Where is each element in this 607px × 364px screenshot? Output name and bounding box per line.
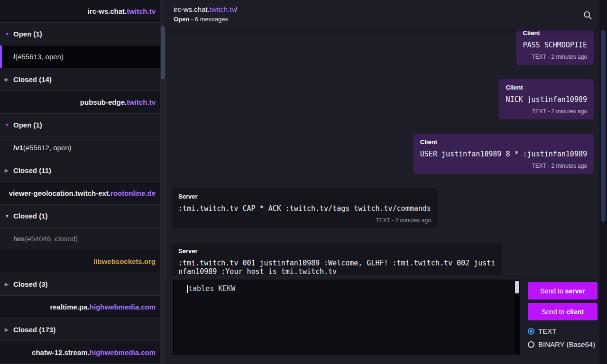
section-label: Open (1) — [13, 121, 42, 129]
message-input-value: tables KEKW — [188, 284, 235, 293]
radio-binary[interactable]: BINARY (Base64) — [528, 340, 595, 348]
message-meta: TEXT - 2 minutes ago — [420, 163, 587, 169]
triangle-right-icon: ▶ — [5, 168, 13, 173]
message-body: USER justinfan10989 8 * :justinfan10989 — [420, 150, 587, 158]
message-list: Client PASS SCHMOOPIIE TEXT - 2 minutes … — [166, 29, 599, 275]
triangle-down-icon: ▼ — [5, 31, 13, 36]
sidebar-section-closed-173[interactable]: ▶ Closed (173) — [0, 318, 160, 341]
message-meta: TEXT - 2 minutes ago — [523, 54, 587, 60]
domain-accent: twitch.tv — [127, 7, 156, 15]
send-to-client-button[interactable]: Send toclient — [528, 303, 598, 320]
title-prefix: irc-ws.chat. — [174, 5, 210, 13]
triangle-down-icon: ▼ — [5, 122, 13, 127]
section-label: Closed (3) — [13, 280, 48, 288]
connection-status: Open - 6 messages — [174, 16, 592, 23]
connection-detail: (#55613, open) — [15, 53, 64, 61]
send-to-server-button[interactable]: Send toserver — [528, 282, 598, 300]
message-meta: TEXT - 2 minutes ago — [178, 217, 431, 224]
sidebar-connection-55613[interactable]: / (#55613, open) — [0, 46, 160, 68]
triangle-down-icon: ▼ — [5, 213, 13, 218]
message-meta: TEXT - 2 minutes ago — [506, 108, 587, 115]
message-body: :tmi.twitch.tv CAP * ACK :twitch.tv/tags… — [178, 204, 431, 213]
sidebar-domain-viewer-geolocation[interactable]: viewer-geolocation.twitch-ext.rootonline… — [0, 182, 160, 205]
triangle-right-icon: ▶ — [5, 327, 13, 332]
send-client-target: client — [566, 308, 584, 316]
message-client-pass[interactable]: Client PASS SCHMOOPIIE TEXT - 2 minutes … — [516, 29, 594, 65]
page-scrollbar[interactable] — [599, 0, 607, 364]
message-sender: Server — [178, 247, 496, 255]
sidebar-section-closed-expanded[interactable]: ▼ Closed (1) — [0, 205, 160, 228]
title-accent: twitch.tv — [210, 5, 235, 13]
search-icon[interactable] — [582, 10, 593, 20]
domain-prefix: viewer-geolocation.twitch-ext. — [9, 189, 110, 197]
message-server-welcome[interactable]: Server :tmi.twitch.tv 001 justinfan10989… — [172, 243, 502, 275]
send-server-label: Send to — [540, 287, 563, 295]
sidebar-section-closed-11[interactable]: ▶ Closed (11) — [0, 159, 160, 182]
domain-accent: twitch.tv — [127, 98, 156, 106]
domain-prefix: realtime.pa. — [50, 303, 89, 311]
sidebar-section-closed-3[interactable]: ▶ Closed (3) — [0, 273, 160, 296]
triangle-right-icon: ▶ — [5, 77, 13, 82]
domain-accent: libwebsockets.org — [93, 257, 156, 265]
title-suffix: / — [235, 5, 237, 13]
sidebar-scrollbar[interactable] — [160, 0, 166, 364]
domain-prefix: chatw-12.stream. — [32, 348, 90, 356]
sidebar-domain-libwebsockets[interactable]: libwebsockets.org — [0, 250, 160, 273]
composer-panel: tables KEKW Send toserver Send toclient … — [166, 275, 599, 364]
message-sender: Client — [420, 138, 587, 146]
status-count: - 6 messages — [189, 16, 228, 23]
section-label: Open (1) — [13, 30, 42, 38]
sidebar-section-open-2[interactable]: ▼ Open (1) — [0, 114, 160, 136]
sidebar-section-open-1[interactable]: ▼ Open (1) — [0, 23, 160, 46]
send-server-target: server — [565, 287, 585, 295]
connection-title: irc-ws.chat.twitch.tv/ — [174, 5, 592, 13]
triangle-right-icon: ▶ — [5, 282, 13, 287]
connection-detail: (#55612, open) — [23, 144, 72, 152]
radio-binary-label: BINARY (Base64) — [538, 340, 595, 348]
domain-accent: rootonline.de — [110, 189, 156, 197]
message-client-user[interactable]: Client USER justinfan10989 8 * :justinfa… — [414, 134, 594, 174]
domain-accent: highwebmedia.com — [90, 303, 156, 311]
domain-accent: highwebmedia.com — [90, 348, 156, 356]
connection-path: /ws — [13, 235, 25, 243]
send-client-label: Send to — [542, 308, 564, 316]
sidebar-domain-pubsub-edge[interactable]: pubsub-edge.twitch.tv — [0, 91, 160, 114]
radio-text[interactable]: TEXT — [528, 327, 556, 335]
page-scrollbar-thumb[interactable] — [601, 30, 606, 222]
editor-scrollbar[interactable] — [515, 280, 520, 354]
connection-detail: (#54046, closed) — [25, 235, 78, 243]
editor-scrollbar-thumb[interactable] — [515, 281, 519, 293]
radio-selected-icon — [528, 328, 534, 335]
sidebar-scrollbar-thumb[interactable] — [161, 26, 165, 79]
message-sender: Client — [506, 84, 587, 91]
message-body: PASS SCHMOOPIIE — [523, 41, 587, 49]
message-sender: Client — [523, 29, 587, 36]
domain-prefix: irc-ws.chat. — [88, 7, 127, 15]
connection-path: /v1 — [13, 144, 23, 152]
radio-text-label: TEXT — [538, 327, 556, 335]
sidebar-section-closed-14[interactable]: ▶ Closed (14) — [0, 68, 160, 91]
sidebar-connection-54046[interactable]: /ws (#54046, closed) — [0, 228, 160, 250]
section-label: Closed (173) — [13, 326, 55, 334]
sidebar-domain-chatw-12[interactable]: chatw-12.stream.highwebmedia.com — [0, 341, 160, 364]
message-client-nick[interactable]: Client NICK justinfan10989 TEXT - 2 minu… — [499, 79, 594, 119]
message-body: NICK justinfan10989 — [506, 95, 587, 104]
section-label: Closed (14) — [13, 75, 52, 83]
text-caret — [187, 285, 188, 293]
message-server-cap[interactable]: Server :tmi.twitch.tv CAP * ACK :twitch.… — [172, 188, 438, 228]
message-body: :tmi.twitch.tv 001 justinfan10989 :Welco… — [178, 259, 496, 275]
status-state: Open — [174, 16, 189, 23]
sidebar-domain-realtime-pa[interactable]: realtime.pa.highwebmedia.com — [0, 296, 160, 318]
sidebar-connection-55612[interactable]: /v1 (#55612, open) — [0, 136, 160, 159]
message-input[interactable]: tables KEKW — [173, 280, 520, 355]
sidebar-domain-irc-ws[interactable]: irc-ws.chat.twitch.tv — [0, 0, 160, 23]
radio-unselected-icon — [528, 341, 534, 348]
main-panel: irc-ws.chat.twitch.tv/ Open - 6 messages… — [166, 0, 599, 364]
section-label: Closed (1) — [13, 212, 48, 220]
message-sender: Server — [178, 193, 431, 200]
connections-sidebar: irc-ws.chat.twitch.tv ▼ Open (1) / (#556… — [0, 0, 160, 364]
domain-prefix: pubsub-edge. — [80, 98, 127, 106]
section-label: Closed (11) — [13, 166, 51, 174]
connection-header: irc-ws.chat.twitch.tv/ Open - 6 messages — [166, 0, 599, 29]
